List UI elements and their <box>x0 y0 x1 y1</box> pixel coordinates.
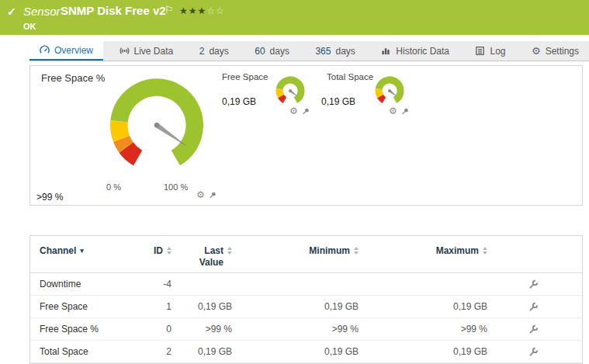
table-row-free-space-percent[interactable]: Free Space % 0 >99 % >99 % >99 % <box>30 318 582 341</box>
column-header-maximum[interactable]: Maximum <box>365 245 494 272</box>
column-header-last-value[interactable]: Last Value <box>178 245 238 272</box>
live-signal-icon <box>120 46 130 56</box>
gauge-icon <box>40 45 50 55</box>
tab-log-label: Log <box>490 46 505 57</box>
tab-bar: Overview Live Data 2 days 60 days 365 da… <box>29 41 589 61</box>
tab-60-days-word: days <box>270 46 289 57</box>
status-ok-check-icon: ✓ <box>7 5 16 18</box>
pin-icon[interactable] <box>302 107 310 116</box>
gauge-settings-gear-icon[interactable]: ⚙ <box>289 106 298 116</box>
bar-chart-icon <box>381 46 391 56</box>
channel-settings-wrench-icon[interactable] <box>528 302 539 312</box>
tab-log[interactable]: Log <box>465 41 515 61</box>
channel-settings-wrench-icon[interactable] <box>528 279 539 289</box>
channel-name-cell: Free Space % <box>30 324 147 335</box>
free-space-value: 0,19 GB <box>222 96 256 107</box>
primary-channel-title: Free Space % <box>41 72 105 84</box>
tab-overview-label: Overview <box>54 45 93 56</box>
maximum-cell: >99 % <box>365 324 494 335</box>
minimum-cell: >99 % <box>238 324 365 335</box>
channel-id-cell: 0 <box>147 324 178 335</box>
total-space-gauge-controls: ⚙ <box>389 106 409 116</box>
last-value-cell: >99 % <box>178 324 238 335</box>
tab-historic-data-label: Historic Data <box>396 46 449 57</box>
sensor-header-bar: ✓ Sensor SNMP Disk Free v2 ⚐ ★★★☆☆ OK <box>0 0 589 35</box>
channel-table-panel: Channel ▾ ID Last Value Minimum Maximum … <box>29 235 583 364</box>
stars-empty-icon: ☆☆ <box>206 5 225 16</box>
pin-icon[interactable] <box>401 107 409 116</box>
tab-historic-data[interactable]: Historic Data <box>371 41 459 61</box>
channel-id-cell: 2 <box>147 346 178 357</box>
tab-2-days-word: days <box>209 46 228 57</box>
tab-2-days-number: 2 <box>199 46 205 57</box>
column-header-channel[interactable]: Channel ▾ <box>30 245 147 272</box>
table-row-free-space[interactable]: Free Space 1 0,19 GB 0,19 GB 0,19 GB <box>30 296 582 318</box>
tab-60-days-number: 60 <box>255 46 265 57</box>
maximum-header-label: Maximum <box>436 245 479 272</box>
free-space-title: Free Space <box>222 72 268 81</box>
table-row-total-space[interactable]: Total Space 2 0,19 GB 0,19 GB 0,19 GB <box>30 341 582 363</box>
priority-star-rating[interactable]: ★★★☆☆ <box>179 5 225 16</box>
channel-id-cell: -4 <box>147 279 178 289</box>
pin-icon[interactable] <box>209 191 217 199</box>
sort-arrows-icon <box>227 247 232 272</box>
last-value-header-label: Last Value <box>189 245 223 272</box>
total-space-gauge[interactable] <box>372 75 407 109</box>
tab-live-data-label: Live Data <box>134 46 174 57</box>
tab-365-days[interactable]: 365 days <box>305 41 365 61</box>
tab-365-days-number: 365 <box>315 46 331 57</box>
channel-name-cell: Downtime <box>30 279 147 289</box>
channel-header-label: Channel <box>40 245 76 256</box>
channel-settings-wrench-icon[interactable] <box>528 324 539 335</box>
channel-id-cell: 1 <box>147 301 178 312</box>
column-header-id[interactable]: ID <box>147 245 178 272</box>
gauge-scale-max-label: 100 % <box>164 182 188 192</box>
total-space-value: 0,19 GB <box>321 96 355 107</box>
tab-2-days[interactable]: 2 days <box>189 41 239 61</box>
free-space-gauge-controls: ⚙ <box>289 106 310 116</box>
free-space-percent-value: >99 % <box>36 192 63 203</box>
sensor-kind-label: Sensor <box>23 5 61 18</box>
id-header-label: ID <box>154 245 163 272</box>
sort-arrows-icon <box>167 247 172 272</box>
priority-flag-icon[interactable]: ⚐ <box>165 4 174 16</box>
tab-overview[interactable]: Overview <box>29 41 103 61</box>
tab-live-data[interactable]: Live Data <box>109 41 184 61</box>
free-space-percent-gauge[interactable] <box>99 74 215 184</box>
minimum-header-label: Minimum <box>309 245 350 272</box>
column-header-minimum[interactable]: Minimum <box>238 245 365 272</box>
gauge-settings-gear-icon[interactable]: ⚙ <box>389 106 397 116</box>
gauge-needle <box>155 123 185 145</box>
stars-filled-icon: ★★★ <box>179 5 206 16</box>
channel-name-cell: Total Space <box>30 346 147 357</box>
table-row-downtime[interactable]: Downtime -4 <box>30 273 582 296</box>
free-space-gauge[interactable] <box>272 75 308 109</box>
tab-settings-label: Settings <box>546 46 579 57</box>
channel-name-cell: Free Space <box>30 301 147 312</box>
sort-arrows-icon <box>483 247 487 272</box>
maximum-cell: 0,19 GB <box>365 301 494 312</box>
last-value-cell: 0,19 GB <box>178 301 238 312</box>
overview-gauges-panel: Free Space % 0 % 100 % >99 % ⚙ Free Spac… <box>29 65 583 206</box>
log-list-icon <box>475 46 485 56</box>
maximum-cell: 0,19 GB <box>365 346 494 357</box>
last-value-cell: 0,19 GB <box>178 346 238 357</box>
minimum-cell: 0,19 GB <box>238 346 365 357</box>
column-header-settings <box>494 245 582 272</box>
minimum-cell: 0,19 GB <box>238 301 365 312</box>
gauge-settings-gear-icon[interactable]: ⚙ <box>196 190 205 199</box>
sensor-title: SNMP Disk Free v2 <box>61 4 166 17</box>
gauge-scale-min-label: 0 % <box>106 182 121 192</box>
channel-settings-wrench-icon[interactable] <box>528 347 539 357</box>
tab-365-days-word: days <box>335 46 355 57</box>
gear-icon: ⚙ <box>532 46 541 56</box>
sensor-status-text: OK <box>23 22 36 31</box>
main-gauge-controls: ⚙ <box>196 190 217 199</box>
total-space-title: Total Space <box>327 72 373 81</box>
tab-settings[interactable]: ⚙ Settings <box>521 41 589 61</box>
tab-60-days[interactable]: 60 days <box>244 41 300 61</box>
channel-table-header: Channel ▾ ID Last Value Minimum Maximum <box>30 236 582 273</box>
channel-filter-caret-icon: ▾ <box>80 247 84 255</box>
sort-arrows-icon <box>354 247 359 272</box>
